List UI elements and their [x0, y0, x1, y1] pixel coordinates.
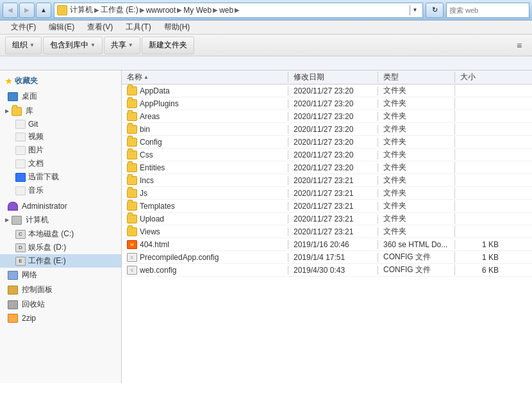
config-icon: C: [127, 253, 137, 262]
menu-edit[interactable]: 编辑(E): [43, 20, 80, 35]
table-row[interactable]: Js 2020/11/27 23:21 文件夹: [122, 187, 532, 200]
file-name-text: Views: [140, 227, 160, 236]
menu-file[interactable]: 文件(F): [5, 20, 42, 35]
file-name: Upload: [122, 215, 288, 223]
table-row[interactable]: Templates 2020/11/27 23:21 文件夹: [122, 200, 532, 213]
file-size: 1 KB: [455, 253, 506, 262]
col-header-size[interactable]: 大小: [455, 72, 506, 83]
file-date: 2020/11/27 23:21: [288, 189, 378, 198]
sidebar-item-thunder[interactable]: 迅雷下载: [0, 170, 121, 184]
table-row[interactable]: AppData 2020/11/27 23:20 文件夹: [122, 85, 532, 97]
address-bar[interactable]: 计算机 ▶ 工作盘 (E:) ▶ wwwroot ▶ My Web ▶ web …: [54, 3, 423, 18]
file-name: H 404.html: [122, 240, 288, 249]
sidebar-item-work-e[interactable]: E 工作盘 (E:): [0, 254, 121, 268]
recycle-label: 回收站: [22, 299, 45, 310]
file-type: 360 se HTML Do...: [378, 240, 455, 249]
path-arrow-4: ▶: [235, 6, 240, 13]
sidebar-recycle-item[interactable]: 回收站: [0, 297, 121, 312]
col-header-date[interactable]: 修改日期: [288, 72, 378, 83]
sidebar-item-video[interactable]: 视频: [0, 130, 121, 143]
file-date: 2020/11/27 23:21: [288, 176, 378, 185]
refresh-button[interactable]: ↻: [426, 3, 444, 18]
organize-button[interactable]: 组织 ▼: [5, 36, 42, 54]
path-arrow-2: ▶: [177, 6, 182, 13]
file-name-text: Incs: [140, 176, 154, 185]
include-label: 包含到库中: [50, 40, 88, 51]
doc-icon: [15, 159, 26, 168]
search-bar[interactable]: 🔍: [446, 3, 529, 18]
path-segment-1: 工作盘 (E:): [101, 4, 138, 15]
address-dropdown-button[interactable]: ▼: [410, 5, 420, 15]
favorites-label: 收藏夹: [15, 76, 38, 86]
search-input[interactable]: [449, 6, 532, 14]
table-row[interactable]: C web.config 2019/4/30 0:43 CONFIG 文件 6 …: [122, 264, 532, 277]
view-toggle-button[interactable]: ≡: [511, 38, 527, 53]
file-date: 2019/4/30 0:43: [288, 266, 378, 275]
admin-label: Administrator: [22, 202, 67, 211]
share-button[interactable]: 共享 ▼: [104, 36, 140, 54]
sidebar-favorites-header[interactable]: ★ 收藏夹: [0, 73, 121, 89]
file-date: 2019/1/4 17:51: [288, 253, 378, 262]
table-row[interactable]: Config 2020/11/27 23:20 文件夹: [122, 136, 532, 149]
back-button[interactable]: ◀: [3, 3, 18, 18]
column-header: 名称 ▲ 修改日期 类型 大小: [122, 70, 532, 85]
file-name-text: Templates: [140, 202, 175, 211]
local-c-icon: C: [15, 230, 26, 239]
path-arrow-0: ▶: [94, 6, 99, 13]
menu-tools[interactable]: 工具(T): [120, 20, 156, 35]
sidebar-network-item[interactable]: 网络: [0, 268, 121, 282]
col-header-name[interactable]: 名称 ▲: [122, 72, 288, 83]
organize-label: 组织: [12, 40, 28, 51]
folder-icon: [127, 86, 137, 95]
sidebar-admin-item[interactable]: Administrator: [0, 200, 121, 213]
sidebar-desktop-item[interactable]: 桌面: [0, 89, 121, 104]
sidebar-library-item[interactable]: ▶ 库: [0, 104, 121, 118]
file-date: 2020/11/27 23:20: [288, 138, 378, 147]
file-type: 文件夹: [378, 188, 455, 199]
include-library-button[interactable]: 包含到库中 ▼: [43, 36, 103, 54]
file-type: 文件夹: [378, 162, 455, 173]
file-type: 文件夹: [378, 98, 455, 109]
sidebar-item-image[interactable]: 图片: [0, 143, 121, 157]
table-row[interactable]: Views 2020/11/27 23:21 文件夹: [122, 225, 532, 238]
sidebar-zip-item[interactable]: 2zip: [0, 312, 121, 325]
folder-icon: [127, 202, 137, 211]
sidebar-item-ent-d[interactable]: D 娱乐盘 (D:): [0, 241, 121, 254]
table-row[interactable]: Entities 2020/11/27 23:20 文件夹: [122, 161, 532, 174]
path-segment-3: My Web: [183, 6, 212, 15]
sidebar-item-music[interactable]: 音乐: [0, 184, 121, 197]
address-folder-icon: [57, 5, 67, 15]
folder-icon: [127, 215, 137, 223]
file-name-text: web.config: [140, 266, 176, 275]
menu-help[interactable]: 帮助(H): [158, 20, 196, 35]
file-name-text: Entities: [140, 163, 165, 172]
file-date: 2020/11/27 23:21: [288, 215, 378, 223]
path-arrow-1: ▶: [140, 6, 145, 13]
git-label: Git: [28, 120, 38, 129]
table-row[interactable]: Css 2020/11/27 23:20 文件夹: [122, 149, 532, 161]
table-row[interactable]: AppPlugins 2020/11/27 23:20 文件夹: [122, 97, 532, 110]
col-header-type[interactable]: 类型: [378, 72, 455, 83]
forward-button[interactable]: ▶: [19, 3, 35, 18]
zip-label: 2zip: [22, 314, 36, 323]
sidebar-item-doc[interactable]: 文档: [0, 157, 121, 170]
config-icon: C: [127, 266, 137, 275]
menu-view[interactable]: 查看(V): [81, 20, 119, 35]
image-icon: [15, 146, 26, 155]
new-folder-button[interactable]: 新建文件夹: [142, 36, 194, 54]
table-row[interactable]: bin 2020/11/27 23:20 文件夹: [122, 123, 532, 136]
table-row[interactable]: Areas 2020/11/27 23:20 文件夹: [122, 110, 532, 123]
sidebar-computer-header[interactable]: ▶ 计算机: [0, 213, 121, 227]
table-row[interactable]: C PrecompiledApp.config 2019/1/4 17:51 C…: [122, 251, 532, 264]
up-button[interactable]: ▲: [36, 3, 51, 18]
table-row[interactable]: H 404.html 2019/1/16 20:46 360 se HTML D…: [122, 238, 532, 251]
sidebar-item-git[interactable]: Git: [0, 118, 121, 130]
sidebar-item-local-c[interactable]: C 本地磁盘 (C:): [0, 227, 121, 241]
table-row[interactable]: Incs 2020/11/27 23:21 文件夹: [122, 174, 532, 187]
file-type: 文件夹: [378, 175, 455, 186]
sidebar-control-item[interactable]: 控制面板: [0, 282, 121, 297]
table-row[interactable]: Upload 2020/11/27 23:21 文件夹: [122, 213, 532, 225]
file-name: Js: [122, 189, 288, 198]
file-name-text: AppPlugins: [140, 99, 179, 108]
file-date: 2020/11/27 23:20: [288, 163, 378, 172]
